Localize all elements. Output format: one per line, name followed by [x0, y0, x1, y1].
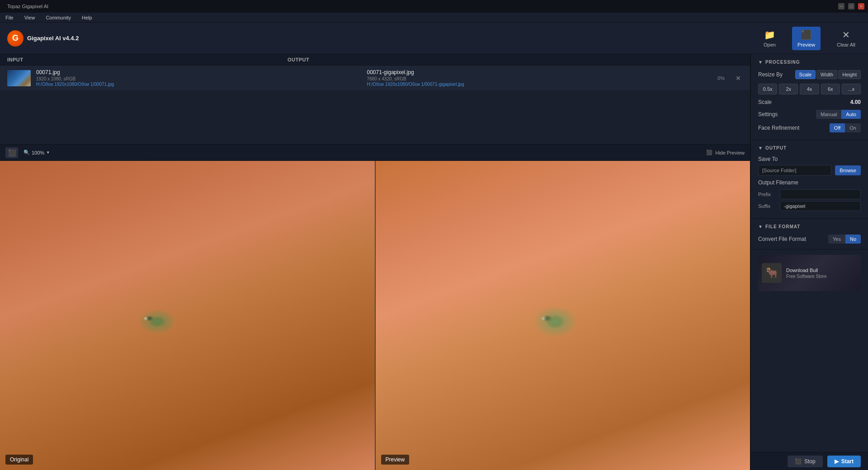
prefix-row: Prefix — [758, 189, 861, 199]
menu-view[interactable]: View — [23, 14, 37, 21]
menu-help[interactable]: Help — [80, 14, 94, 21]
convert-no-btn[interactable]: No — [845, 235, 861, 244]
titlebar-title: Topaz Gigapixel AI — [4, 4, 48, 9]
thumbnail-image — [7, 70, 31, 86]
menu-community[interactable]: Community — [44, 14, 73, 21]
original-label: Original — [5, 455, 33, 465]
save-to-row: Browse — [758, 165, 861, 176]
auto-btn[interactable]: Auto — [841, 110, 861, 119]
stop-button[interactable]: ⬛ Stop — [788, 456, 823, 467]
face-on-btn[interactable]: On — [845, 123, 861, 132]
file-list-area: INPUT OUTPUT 00071.jpg 1920 x 1080, sRGB… — [0, 54, 750, 145]
processing-title: PROCESSING — [765, 60, 800, 65]
zoom-control[interactable]: 🔍 100% ▼ — [24, 150, 50, 155]
input-column-header: INPUT — [7, 57, 288, 62]
face-off-btn[interactable]: Off — [830, 123, 845, 132]
suffix-row: Suffix — [758, 201, 861, 211]
file-format-title: FILE FORMAT — [765, 224, 800, 229]
processing-header: ▼ PROCESSING — [758, 60, 861, 65]
enhanced-image — [376, 161, 750, 470]
suffix-label: Suffix — [758, 203, 776, 209]
open-icon: 📁 — [764, 29, 775, 40]
resize-by-row: Resize By Scale Width Height — [758, 70, 861, 79]
convert-row: Convert File Format Yes No — [758, 235, 861, 244]
face-refinement-row: Face Refinement Off On — [758, 123, 861, 132]
face-refinement-toggle: Off On — [830, 123, 861, 132]
prefix-label: Prefix — [758, 192, 776, 197]
output-path: H:/Обои 1920x1080/Обои 1/00071-gigapixel… — [367, 82, 693, 87]
left-panel: INPUT OUTPUT 00071.jpg 1920 x 1080, sRGB… — [0, 54, 750, 470]
clear-icon: ✕ — [842, 29, 850, 40]
file-format-chevron[interactable]: ▼ — [758, 224, 763, 229]
resize-width-btn[interactable]: Width — [816, 70, 837, 79]
resize-scale-btn[interactable]: Scale — [795, 70, 816, 79]
hide-preview-icon: ⬛ — [706, 150, 712, 155]
input-meta: 1920 x 1080, sRGB — [36, 76, 362, 81]
resize-by-label: Resize By — [758, 71, 783, 78]
output-title: OUTPUT — [765, 146, 787, 150]
hide-preview-button[interactable]: ⬛ Hide Preview — [706, 150, 745, 155]
nav-prev-button[interactable]: ⬛ — [5, 147, 18, 158]
scale-0-5x-btn[interactable]: 0.5x — [758, 84, 777, 94]
app-name: Gigapixel AI v4.4.2 — [27, 35, 79, 42]
face-refinement-label: Face Refinement — [758, 125, 799, 131]
ad-logo: 🐂 — [762, 263, 782, 283]
convert-toggle: Yes No — [828, 235, 861, 244]
input-filename: 00071.jpg — [36, 69, 362, 75]
ad-banner[interactable]: 🐂 Download Bull Free Software Store — [758, 255, 861, 291]
file-format-header: ▼ FILE FORMAT — [758, 224, 861, 229]
remove-file-button[interactable]: ✕ — [734, 74, 743, 83]
manual-btn[interactable]: Manual — [816, 110, 841, 119]
settings-row: Settings Manual Auto — [758, 110, 861, 119]
clear-all-button[interactable]: ✕ Clear All — [831, 27, 861, 50]
ad-content: 🐂 Download Bull Free Software Store — [758, 255, 861, 291]
original-image — [0, 161, 375, 470]
save-to-label: Save To — [758, 156, 861, 162]
preview-button[interactable]: ⬛ Preview — [792, 27, 821, 50]
close-button[interactable]: ✕ — [858, 3, 864, 9]
file-progress: 0% — [698, 75, 725, 81]
menubar: File View Community Help — [0, 13, 868, 23]
file-input-info: 00071.jpg 1920 x 1080, sRGB H:/Обои 1920… — [36, 69, 362, 87]
prefix-input[interactable] — [780, 189, 861, 199]
browse-button[interactable]: Browse — [835, 165, 861, 175]
resize-by-buttons: Scale Width Height — [795, 70, 861, 79]
scale-preset-buttons: 0.5x 2x 4x 6x ...x — [758, 84, 861, 94]
input-path: H:/Обои 1920x1080/Обои 1/00071.jpg — [36, 82, 362, 87]
file-row[interactable]: 00071.jpg 1920 x 1080, sRGB H:/Обои 1920… — [0, 66, 750, 91]
scale-custom-btn[interactable]: ...x — [842, 84, 861, 94]
output-meta: 7680 x 4320, sRGB — [367, 76, 693, 81]
convert-yes-btn[interactable]: Yes — [828, 235, 845, 244]
convert-label: Convert File Format — [758, 236, 806, 242]
scale-4x-btn[interactable]: 4x — [800, 84, 819, 94]
preview-label: Preview — [381, 455, 410, 465]
settings-toggle: Manual Auto — [816, 110, 861, 119]
scale-6x-btn[interactable]: 6x — [821, 84, 840, 94]
preview-icon: ⬛ — [801, 29, 812, 40]
zoom-dropdown-icon: ▼ — [46, 150, 50, 155]
suffix-input[interactable] — [780, 201, 861, 211]
stop-icon: ⬛ — [795, 458, 802, 465]
save-to-input[interactable] — [758, 165, 831, 176]
ad-subtitle: Free Software Store — [786, 274, 826, 279]
window-controls: ─ □ ✕ — [838, 3, 864, 9]
file-output-info: 00071-gigapixel.jpg 7680 x 4320, sRGB H:… — [367, 69, 693, 87]
output-header: ▼ OUTPUT — [758, 146, 861, 150]
right-sidebar: ▼ PROCESSING Resize By Scale Width Heigh… — [750, 54, 868, 470]
menu-file[interactable]: File — [4, 14, 15, 21]
maximize-button[interactable]: □ — [848, 3, 854, 9]
processing-chevron[interactable]: ▼ — [758, 60, 763, 65]
zoom-icon: 🔍 — [24, 150, 30, 155]
output-chevron[interactable]: ▼ — [758, 146, 763, 150]
open-button[interactable]: 📁 Open — [758, 27, 781, 50]
preview-area: ⬛ 🔍 100% ▼ ⬛ Hide Preview — [0, 145, 750, 470]
resize-height-btn[interactable]: Height — [838, 70, 861, 79]
scale-value-row: Scale 4.00 — [758, 99, 861, 105]
minimize-button[interactable]: ─ — [838, 3, 844, 9]
app-logo-icon: G — [7, 30, 24, 47]
start-icon: ▶ — [835, 458, 839, 465]
start-button[interactable]: ▶ Start — [827, 456, 861, 467]
scale-2x-btn[interactable]: 2x — [779, 84, 798, 94]
preview-panel: Preview — [375, 161, 750, 470]
scale-label: Scale — [758, 99, 772, 105]
